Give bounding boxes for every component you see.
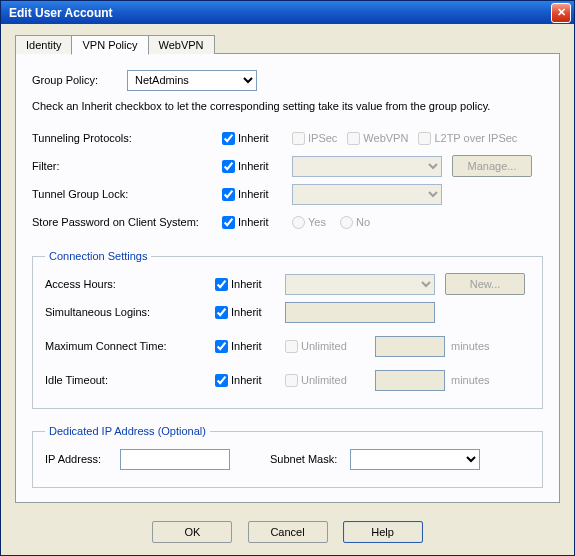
tunneling-webvpn: WebVPN xyxy=(347,132,408,145)
titlebar: Edit User Account ✕ xyxy=(1,1,574,24)
filter-select xyxy=(292,156,442,177)
filter-inherit[interactable]: Inherit xyxy=(222,160,292,173)
sim-logins-input xyxy=(285,302,435,323)
content-area: Identity VPN Policy WebVPN Group Policy:… xyxy=(1,24,574,511)
tab-bar: Identity VPN Policy WebVPN xyxy=(15,35,560,54)
tunneling-label: Tunneling Protocols: xyxy=(32,132,222,144)
tunneling-l2tp-checkbox xyxy=(418,132,431,145)
max-connect-unlimited: Unlimited xyxy=(285,340,365,353)
ip-address-input[interactable] xyxy=(120,449,230,470)
access-hours-label: Access Hours: xyxy=(45,278,215,290)
window-title: Edit User Account xyxy=(9,6,551,20)
sim-logins-inherit-checkbox[interactable] xyxy=(215,306,228,319)
storepw-label: Store Password on Client System: xyxy=(32,216,222,228)
storepw-inherit[interactable]: Inherit xyxy=(222,216,292,229)
access-hours-select xyxy=(285,274,435,295)
subnet-mask-label: Subnet Mask: xyxy=(270,453,350,465)
tunneling-webvpn-checkbox xyxy=(347,132,360,145)
close-button[interactable]: ✕ xyxy=(551,3,571,23)
group-policy-select[interactable]: NetAdmins xyxy=(127,70,257,91)
connection-settings-legend: Connection Settings xyxy=(45,250,151,262)
max-connect-unit: minutes xyxy=(451,340,490,352)
idle-unlimited-checkbox xyxy=(285,374,298,387)
sim-logins-inherit[interactable]: Inherit xyxy=(215,306,285,319)
storepw-yes-radio xyxy=(292,216,305,229)
close-icon: ✕ xyxy=(557,6,566,19)
edit-user-account-window: Edit User Account ✕ Identity VPN Policy … xyxy=(0,0,575,556)
idle-label: Idle Timeout: xyxy=(45,374,215,386)
storepw-no: No xyxy=(340,216,370,229)
vpn-policy-panel: Group Policy: NetAdmins Check an Inherit… xyxy=(15,53,560,503)
tgl-select xyxy=(292,184,442,205)
max-connect-unlimited-checkbox xyxy=(285,340,298,353)
filter-inherit-checkbox[interactable] xyxy=(222,160,235,173)
ip-address-label: IP Address: xyxy=(45,453,120,465)
connection-settings-group: Connection Settings Access Hours: Inheri… xyxy=(32,250,543,409)
access-hours-inherit-checkbox[interactable] xyxy=(215,278,228,291)
storepw-inherit-checkbox[interactable] xyxy=(222,216,235,229)
idle-unlimited: Unlimited xyxy=(285,374,365,387)
storepw-no-radio xyxy=(340,216,353,229)
ok-button[interactable]: OK xyxy=(152,521,232,543)
max-connect-inherit[interactable]: Inherit xyxy=(215,340,285,353)
dedicated-ip-legend: Dedicated IP Address (Optional) xyxy=(45,425,210,437)
button-bar: OK Cancel Help xyxy=(1,511,574,555)
max-connect-input xyxy=(375,336,445,357)
max-connect-label: Maximum Connect Time: xyxy=(45,340,215,352)
tunneling-ipsec: IPSec xyxy=(292,132,337,145)
tgl-inherit[interactable]: Inherit xyxy=(222,188,292,201)
subnet-mask-select[interactable] xyxy=(350,449,480,470)
filter-manage-button: Manage... xyxy=(452,155,532,177)
filter-label: Filter: xyxy=(32,160,222,172)
access-hours-new-button: New... xyxy=(445,273,525,295)
tunneling-ipsec-checkbox xyxy=(292,132,305,145)
access-hours-inherit[interactable]: Inherit xyxy=(215,278,285,291)
tab-webvpn[interactable]: WebVPN xyxy=(148,35,215,54)
idle-input xyxy=(375,370,445,391)
tgl-label: Tunnel Group Lock: xyxy=(32,188,222,200)
help-button[interactable]: Help xyxy=(343,521,423,543)
tgl-inherit-checkbox[interactable] xyxy=(222,188,235,201)
tunneling-inherit[interactable]: Inherit xyxy=(222,132,292,145)
tunneling-inherit-checkbox[interactable] xyxy=(222,132,235,145)
dedicated-ip-group: Dedicated IP Address (Optional) IP Addre… xyxy=(32,425,543,488)
tab-identity[interactable]: Identity xyxy=(15,35,72,54)
max-connect-inherit-checkbox[interactable] xyxy=(215,340,228,353)
idle-unit: minutes xyxy=(451,374,490,386)
cancel-button[interactable]: Cancel xyxy=(248,521,328,543)
idle-inherit-checkbox[interactable] xyxy=(215,374,228,387)
tab-vpn-policy[interactable]: VPN Policy xyxy=(71,35,148,55)
tunneling-l2tp: L2TP over IPSec xyxy=(418,132,517,145)
storepw-yes: Yes xyxy=(292,216,326,229)
sim-logins-label: Simultaneous Logins: xyxy=(45,306,215,318)
help-text: Check an Inherit checkbox to let the cor… xyxy=(32,100,543,112)
group-policy-label: Group Policy: xyxy=(32,74,127,86)
idle-inherit[interactable]: Inherit xyxy=(215,374,285,387)
